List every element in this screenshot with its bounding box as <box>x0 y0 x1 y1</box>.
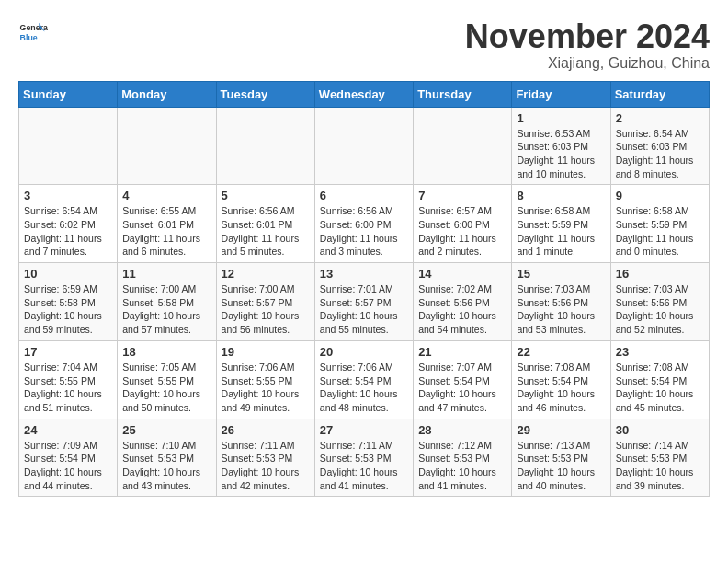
day-number: 22 <box>517 345 605 359</box>
svg-text:Blue: Blue <box>20 33 38 42</box>
day-cell: 26Sunrise: 7:11 AM Sunset: 5:53 PM Dayli… <box>216 419 314 497</box>
day-cell: 14Sunrise: 7:02 AM Sunset: 5:56 PM Dayli… <box>414 263 512 341</box>
day-info: Sunrise: 7:08 AM Sunset: 5:54 PM Dayligh… <box>616 361 704 415</box>
day-number: 21 <box>418 345 506 359</box>
day-cell: 7Sunrise: 6:57 AM Sunset: 6:00 PM Daylig… <box>414 185 512 263</box>
week-row-5: 24Sunrise: 7:09 AM Sunset: 5:54 PM Dayli… <box>19 419 710 497</box>
day-number: 23 <box>616 345 704 359</box>
day-info: Sunrise: 7:04 AM Sunset: 5:55 PM Dayligh… <box>24 361 112 415</box>
day-cell: 28Sunrise: 7:12 AM Sunset: 5:53 PM Dayli… <box>414 419 512 497</box>
week-row-1: 1Sunrise: 6:53 AM Sunset: 6:03 PM Daylig… <box>19 107 710 185</box>
day-cell: 11Sunrise: 7:00 AM Sunset: 5:58 PM Dayli… <box>118 263 216 341</box>
column-header-sunday: Sunday <box>19 81 118 107</box>
day-cell: 23Sunrise: 7:08 AM Sunset: 5:54 PM Dayli… <box>610 340 709 419</box>
day-info: Sunrise: 6:54 AM Sunset: 6:02 PM Dayligh… <box>24 204 112 259</box>
week-row-2: 3Sunrise: 6:54 AM Sunset: 6:02 PM Daylig… <box>19 185 710 263</box>
day-number: 3 <box>24 189 112 202</box>
day-cell: 3Sunrise: 6:54 AM Sunset: 6:02 PM Daylig… <box>19 185 118 263</box>
day-info: Sunrise: 7:08 AM Sunset: 5:54 PM Dayligh… <box>517 361 605 415</box>
day-info: Sunrise: 7:06 AM Sunset: 5:54 PM Dayligh… <box>320 361 408 415</box>
day-cell: 19Sunrise: 7:06 AM Sunset: 5:55 PM Dayli… <box>216 340 314 419</box>
day-info: Sunrise: 7:03 AM Sunset: 5:56 PM Dayligh… <box>616 282 704 337</box>
column-header-tuesday: Tuesday <box>216 81 314 107</box>
day-info: Sunrise: 7:00 AM Sunset: 5:58 PM Dayligh… <box>122 282 210 337</box>
day-cell <box>216 107 314 185</box>
day-cell: 21Sunrise: 7:07 AM Sunset: 5:54 PM Dayli… <box>414 340 512 419</box>
day-number: 26 <box>222 423 310 437</box>
day-number: 20 <box>320 345 408 359</box>
column-header-thursday: Thursday <box>414 81 512 107</box>
day-info: Sunrise: 6:58 AM Sunset: 5:59 PM Dayligh… <box>616 204 704 259</box>
column-header-saturday: Saturday <box>610 81 709 107</box>
week-row-4: 17Sunrise: 7:04 AM Sunset: 5:55 PM Dayli… <box>19 340 710 419</box>
day-cell: 24Sunrise: 7:09 AM Sunset: 5:54 PM Dayli… <box>19 419 118 497</box>
day-info: Sunrise: 6:53 AM Sunset: 6:03 PM Dayligh… <box>517 127 605 181</box>
day-number: 14 <box>418 267 506 281</box>
day-cell: 6Sunrise: 6:56 AM Sunset: 6:00 PM Daylig… <box>314 185 413 263</box>
day-cell: 29Sunrise: 7:13 AM Sunset: 5:53 PM Dayli… <box>512 419 610 497</box>
day-number: 6 <box>320 189 408 202</box>
day-info: Sunrise: 6:56 AM Sunset: 6:01 PM Dayligh… <box>222 204 310 259</box>
day-info: Sunrise: 7:11 AM Sunset: 5:53 PM Dayligh… <box>320 439 408 493</box>
day-info: Sunrise: 7:00 AM Sunset: 5:57 PM Dayligh… <box>222 282 310 337</box>
day-info: Sunrise: 7:01 AM Sunset: 5:57 PM Dayligh… <box>320 282 408 337</box>
header-row: SundayMondayTuesdayWednesdayThursdayFrid… <box>19 81 710 107</box>
day-info: Sunrise: 6:57 AM Sunset: 6:00 PM Dayligh… <box>418 204 506 259</box>
day-number: 28 <box>418 423 506 437</box>
day-number: 12 <box>222 267 310 281</box>
day-cell <box>118 107 216 185</box>
day-cell: 9Sunrise: 6:58 AM Sunset: 5:59 PM Daylig… <box>610 185 709 263</box>
day-number: 8 <box>517 189 605 202</box>
day-cell: 25Sunrise: 7:10 AM Sunset: 5:53 PM Dayli… <box>118 419 216 497</box>
day-cell: 17Sunrise: 7:04 AM Sunset: 5:55 PM Dayli… <box>19 340 118 419</box>
day-info: Sunrise: 7:05 AM Sunset: 5:55 PM Dayligh… <box>122 361 210 415</box>
logo-icon: GeneralBlue <box>18 18 48 48</box>
day-info: Sunrise: 6:56 AM Sunset: 6:00 PM Dayligh… <box>320 204 408 259</box>
day-info: Sunrise: 6:59 AM Sunset: 5:58 PM Dayligh… <box>24 282 112 337</box>
day-cell: 12Sunrise: 7:00 AM Sunset: 5:57 PM Dayli… <box>216 263 314 341</box>
page-header: GeneralBlue November 2024 Xiajiang, Guiz… <box>18 18 710 72</box>
day-cell: 15Sunrise: 7:03 AM Sunset: 5:56 PM Dayli… <box>512 263 610 341</box>
day-cell: 16Sunrise: 7:03 AM Sunset: 5:56 PM Dayli… <box>610 263 709 341</box>
title-block: November 2024 Xiajiang, Guizhou, China <box>465 18 710 72</box>
day-info: Sunrise: 7:12 AM Sunset: 5:53 PM Dayligh… <box>418 439 506 493</box>
day-number: 4 <box>122 189 210 202</box>
day-cell <box>314 107 413 185</box>
calendar-title: November 2024 <box>465 18 710 55</box>
day-cell: 18Sunrise: 7:05 AM Sunset: 5:55 PM Dayli… <box>118 340 216 419</box>
day-info: Sunrise: 7:11 AM Sunset: 5:53 PM Dayligh… <box>222 439 310 493</box>
day-number: 5 <box>222 189 310 202</box>
day-number: 15 <box>517 267 605 281</box>
column-header-wednesday: Wednesday <box>314 81 413 107</box>
day-number: 16 <box>616 267 704 281</box>
day-info: Sunrise: 7:09 AM Sunset: 5:54 PM Dayligh… <box>24 439 112 493</box>
logo: GeneralBlue <box>18 18 48 48</box>
day-number: 25 <box>122 423 210 437</box>
day-info: Sunrise: 6:55 AM Sunset: 6:01 PM Dayligh… <box>122 204 210 259</box>
day-number: 9 <box>616 189 704 202</box>
day-number: 11 <box>122 267 210 281</box>
calendar-subtitle: Xiajiang, Guizhou, China <box>465 55 710 72</box>
day-number: 10 <box>24 267 112 281</box>
day-cell: 2Sunrise: 6:54 AM Sunset: 6:03 PM Daylig… <box>610 107 709 185</box>
day-number: 19 <box>222 345 310 359</box>
day-info: Sunrise: 6:54 AM Sunset: 6:03 PM Dayligh… <box>616 127 704 181</box>
day-cell: 5Sunrise: 6:56 AM Sunset: 6:01 PM Daylig… <box>216 185 314 263</box>
week-row-3: 10Sunrise: 6:59 AM Sunset: 5:58 PM Dayli… <box>19 263 710 341</box>
day-cell: 30Sunrise: 7:14 AM Sunset: 5:53 PM Dayli… <box>610 419 709 497</box>
day-number: 17 <box>24 345 112 359</box>
day-info: Sunrise: 7:07 AM Sunset: 5:54 PM Dayligh… <box>418 361 506 415</box>
day-number: 2 <box>616 111 704 125</box>
column-header-monday: Monday <box>118 81 216 107</box>
day-number: 13 <box>320 267 408 281</box>
day-cell: 22Sunrise: 7:08 AM Sunset: 5:54 PM Dayli… <box>512 340 610 419</box>
day-info: Sunrise: 7:10 AM Sunset: 5:53 PM Dayligh… <box>122 439 210 493</box>
day-number: 27 <box>320 423 408 437</box>
day-cell: 1Sunrise: 6:53 AM Sunset: 6:03 PM Daylig… <box>512 107 610 185</box>
day-cell: 27Sunrise: 7:11 AM Sunset: 5:53 PM Dayli… <box>314 419 413 497</box>
day-cell: 4Sunrise: 6:55 AM Sunset: 6:01 PM Daylig… <box>118 185 216 263</box>
day-info: Sunrise: 7:06 AM Sunset: 5:55 PM Dayligh… <box>222 361 310 415</box>
day-cell <box>19 107 118 185</box>
day-info: Sunrise: 6:58 AM Sunset: 5:59 PM Dayligh… <box>517 204 605 259</box>
day-number: 7 <box>418 189 506 202</box>
